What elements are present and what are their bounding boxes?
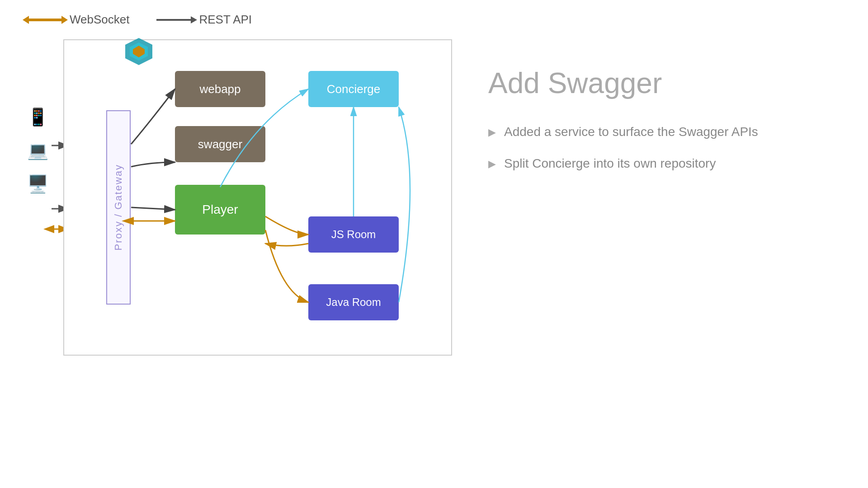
bullet-arrow-icon-1: ▶ xyxy=(488,125,496,140)
bullet-list: ▶ Added a service to surface the Swagger… xyxy=(488,122,805,173)
jsroom-box: JS Room xyxy=(308,216,399,253)
player-box: Player xyxy=(175,185,265,235)
websocket-label: WebSocket xyxy=(70,13,129,27)
jsroom-label: JS Room xyxy=(331,228,376,241)
websocket-arrow-icon xyxy=(27,19,63,21)
proxy-gateway-box: Proxy / Gateway xyxy=(106,110,131,305)
legend: WebSocket REST API xyxy=(0,0,868,39)
swagger-box: swagger xyxy=(175,126,265,162)
player-label: Player xyxy=(202,202,238,217)
diagram-area: 📱 💻 🖥️ xyxy=(27,39,452,470)
main-content: 📱 💻 🖥️ xyxy=(0,39,868,488)
concierge-label: Concierge xyxy=(327,82,381,96)
bullet-item-1: ▶ Added a service to surface the Swagger… xyxy=(488,122,805,141)
diagram-box: Proxy / Gateway webapp swagger Player Co… xyxy=(63,39,452,356)
slide-title: Add Swagger xyxy=(488,66,805,100)
bullet-text-1: Added a service to surface the Swagger A… xyxy=(504,122,758,141)
concierge-box: Concierge xyxy=(308,71,399,107)
proxy-label: Proxy / Gateway xyxy=(113,164,124,250)
javaroom-label: Java Room xyxy=(326,296,381,309)
logo xyxy=(123,36,155,69)
swagger-label: swagger xyxy=(198,137,242,151)
bullet-arrow-icon-2: ▶ xyxy=(488,156,496,171)
right-panel: Add Swagger ▶ Added a service to surface… xyxy=(452,39,841,470)
logo-icon xyxy=(123,36,155,67)
rest-legend: REST API xyxy=(156,13,252,27)
websocket-legend: WebSocket xyxy=(27,13,129,27)
webapp-label: webapp xyxy=(199,82,241,96)
rest-label: REST API xyxy=(199,13,252,27)
webapp-box: webapp xyxy=(175,71,265,107)
rest-arrow-icon xyxy=(156,19,193,21)
bullet-item-2: ▶ Split Concierge into its own repositor… xyxy=(488,154,805,173)
bullet-text-2: Split Concierge into its own repository xyxy=(504,154,716,173)
javaroom-box: Java Room xyxy=(308,284,399,320)
